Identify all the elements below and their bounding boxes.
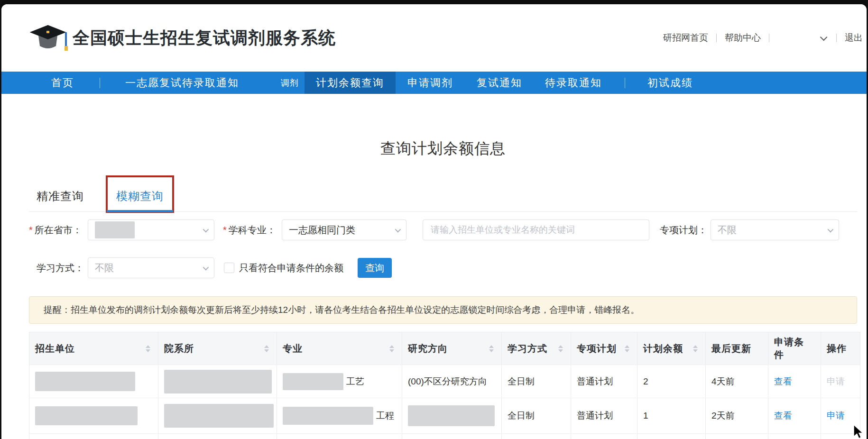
col-header-action: 操作 [821,332,860,365]
site-title: 全国硕士生招生复试调剂服务系统 [73,27,336,50]
col-header-study-mode[interactable]: 学习方式 [502,332,571,365]
nav-item-first-choice-notice[interactable]: 一志愿复试待录取通知 [125,76,239,90]
required-mark: * [29,225,33,235]
apply-link-disabled: 申请 [827,375,845,388]
filter-row-2: 学习方式： 不限 只看符合申请条件的余额 查询 [29,257,857,278]
redacted-text-block [164,370,272,393]
link-yanzhao-home[interactable]: 研招网首页 [663,32,708,44]
sort-icon[interactable] [264,345,269,352]
sort-icon[interactable] [146,345,150,352]
only-eligible-checkbox[interactable] [224,263,234,273]
province-label: *所在省市： [29,224,88,237]
sort-icon[interactable] [693,345,698,352]
nav-item-retest-notice[interactable]: 复试通知 [477,76,522,90]
cell-major: 工艺 [277,365,402,398]
cell-direction [402,398,502,433]
browser-window-frame: 全国硕士生招生复试调剂服务系统 研招网首页 帮助中心 退出 首页 一志愿复试待录… [0,0,868,439]
cell-dept [158,365,277,398]
query-tabs: 精准查询 模糊查询 [29,189,857,212]
study-mode-select-value: 不限 [95,262,114,274]
major-suffix: 工程 [376,410,394,422]
study-mode-label: 学习方式： [29,262,88,274]
redacted-text-block [283,373,343,390]
nav-group-label-tiaoji: 调剂 [281,77,299,89]
cell-direction: (00)不区分研究方向 [402,365,502,398]
graduation-cap-logo-icon [28,22,68,54]
col-header-dept[interactable]: 院系所 [158,332,277,365]
site-header: 全国硕士生招生复试调剂服务系统 研招网首页 帮助中心 退出 [1,4,867,72]
cell-study-mode: 全日制 [502,398,571,433]
redacted-text-block [35,372,135,391]
cell-unit [29,398,158,433]
nav-item-initial-score[interactable]: 初试成绩 [647,76,693,90]
sort-icon[interactable] [389,345,394,352]
table-header-row: 招生单位 院系所 专业 研究方向 学习方式 专项计划 计划余额 最后更新 申请条… [29,332,860,365]
cell-dept [158,398,277,433]
mouse-cursor [854,425,866,439]
col-header-special-plan[interactable]: 专项计划 [571,332,637,365]
col-header-direction[interactable]: 研究方向 [402,332,502,365]
nav-item-home[interactable]: 首页 [51,76,74,90]
nav-item-apply-adjust[interactable]: 申请调剂 [407,76,453,90]
filter-row-1: *所在省市： *学科专业： 一志愿相同门类 专项计划： 不限 [29,220,857,240]
nav-divider [625,78,625,88]
page: 全国硕士生招生复试调剂服务系统 研招网首页 帮助中心 退出 首页 一志愿复试待录… [1,4,867,439]
sort-icon[interactable] [558,345,563,352]
col-header-unit[interactable]: 招生单位 [29,332,158,365]
table-row-partial [29,433,860,439]
user-name-placeholder [777,33,818,43]
cell-last-update: 2天前 [706,398,768,433]
tab-label: 模糊查询 [116,190,164,202]
subject-select[interactable]: 一志愿相同门类 [282,220,406,240]
chevron-down-icon [203,264,209,270]
main-content: 查询计划余额信息 精准查询 模糊查询 *所在省市： *学科专业： 一志愿相同门类 [1,138,867,439]
table-row: 工艺 (00)不区分研究方向 全日制 普通计划 2 4天前 查看 申请 [29,365,860,398]
cell-condition: 查看 [768,365,821,398]
cell-last-update: 4天前 [706,365,768,398]
link-logout[interactable]: 退出 [845,32,863,44]
cell-special-plan: 普通计划 [571,365,637,398]
tab-fuzzy-query-active[interactable]: 模糊查询 [107,189,173,211]
subject-label: *学科专业： [223,224,282,237]
redacted-text-block [164,404,274,428]
nav-item-plan-balance-query-active[interactable]: 计划余额查询 [305,72,396,94]
sort-icon[interactable] [489,345,494,352]
province-select[interactable] [88,220,214,240]
col-header-last-update: 最后更新 [706,332,768,365]
sort-icon[interactable] [625,345,629,352]
nav-item-admission-notice[interactable]: 待录取通知 [545,76,602,90]
cell-condition: 查看 [768,398,821,433]
redacted-text-block [408,405,495,426]
link-help-center[interactable]: 帮助中心 [725,32,761,44]
redacted-text-block [283,407,373,425]
keyword-input[interactable] [423,220,649,240]
chevron-down-icon [203,226,209,232]
cell-study-mode: 全日制 [502,365,571,398]
view-conditions-link[interactable]: 查看 [774,375,792,388]
divider [836,34,837,42]
cell-action: 申请 [821,365,860,398]
major-suffix: 工艺 [346,375,364,388]
divider [769,34,769,42]
chevron-down-icon [395,226,401,232]
col-header-major[interactable]: 专业 [277,332,402,365]
search-button[interactable]: 查询 [358,258,392,278]
chevron-down-icon [828,226,834,232]
cell-major: 工程 [277,398,402,433]
col-header-quota[interactable]: 计划余额 [637,332,706,365]
subject-select-value: 一志愿相同门类 [289,224,355,237]
redacted-text-block [95,221,135,238]
special-plan-select-value: 不限 [718,224,737,237]
view-conditions-link[interactable]: 查看 [774,410,792,422]
special-plan-select[interactable]: 不限 [711,220,839,240]
study-mode-select[interactable]: 不限 [88,257,214,278]
cell-special-plan: 普通计划 [571,398,637,433]
cell-unit [29,365,158,398]
page-title: 查询计划余额信息 [29,138,857,158]
tab-precise-query[interactable]: 精准查询 [37,189,84,211]
divider [716,34,717,42]
chevron-down-icon[interactable] [820,33,828,41]
cell-quota: 1 [637,398,706,433]
apply-link[interactable]: 申请 [827,410,845,422]
cell-quota: 2 [637,365,706,398]
